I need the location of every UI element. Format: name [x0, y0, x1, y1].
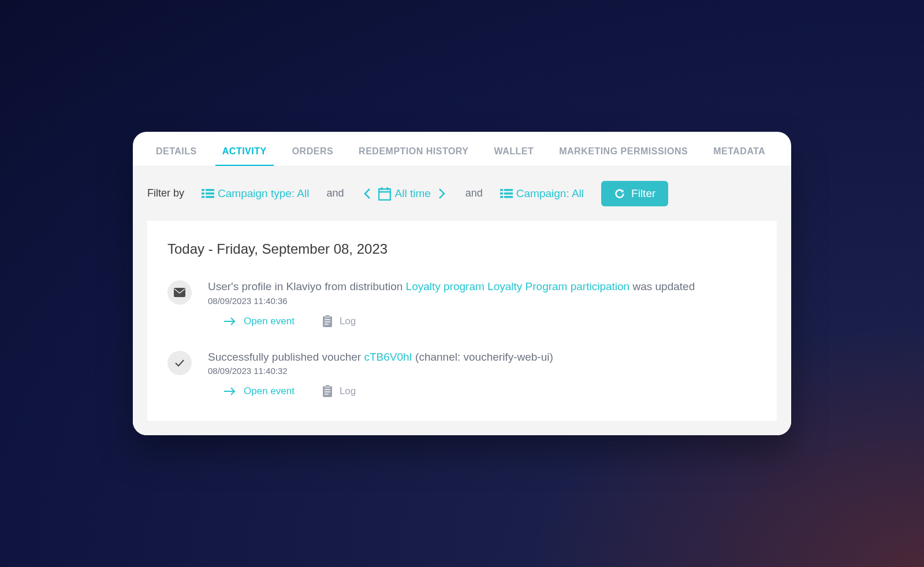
date-heading: Today - Friday, September 08, 2023: [167, 241, 757, 257]
date-range-filter[interactable]: All time: [378, 187, 430, 201]
tabs: DETAILS ACTIVITY ORDERS REDEMPTION HISTO…: [133, 132, 791, 166]
filter-button-label: Filter: [631, 187, 655, 200]
svg-rect-1: [206, 189, 214, 191]
check-icon: [167, 351, 192, 375]
svg-rect-11: [504, 189, 513, 191]
tab-details[interactable]: DETAILS: [156, 132, 197, 166]
campaign-type-text: Campaign type: All: [218, 187, 309, 200]
list-icon: [202, 188, 214, 199]
log-button[interactable]: Log: [322, 385, 356, 398]
log-button[interactable]: Log: [322, 315, 356, 328]
calendar-icon: [378, 187, 391, 201]
mail-icon: [167, 280, 192, 305]
event-title: Successfully published voucher cTB6V0hI …: [208, 350, 757, 365]
campaign-type-filter[interactable]: Campaign type: All: [202, 187, 309, 200]
open-event-button[interactable]: Open event: [224, 316, 295, 327]
tab-metadata[interactable]: METADATA: [713, 132, 765, 166]
svg-rect-16: [174, 288, 185, 297]
list-icon: [500, 188, 513, 199]
open-event-button[interactable]: Open event: [224, 386, 295, 397]
event-title: User's profile in Klaviyo from distribut…: [208, 279, 757, 295]
campaign-filter[interactable]: Campaign: All: [500, 187, 584, 200]
activity-event: User's profile in Klaviyo from distribut…: [167, 279, 757, 328]
campaign-text: Campaign: All: [516, 187, 584, 200]
tab-marketing-permissions[interactable]: MARKETING PERMISSIONS: [559, 132, 688, 166]
voucher-link[interactable]: cTB6V0hI: [364, 351, 412, 363]
svg-rect-19: [325, 315, 330, 317]
clipboard-icon: [322, 385, 333, 398]
tab-orders[interactable]: ORDERS: [292, 132, 333, 166]
clipboard-icon: [322, 315, 333, 328]
arrow-right-icon: [224, 317, 236, 326]
svg-rect-25: [325, 385, 330, 387]
date-range-text: All time: [394, 187, 430, 200]
distribution-link[interactable]: Loyalty program Loyalty Program particip…: [406, 280, 630, 292]
event-body: User's profile in Klaviyo from distribut…: [208, 279, 757, 328]
activity-event: Successfully published voucher cTB6V0hI …: [167, 350, 757, 398]
svg-rect-0: [202, 189, 204, 191]
tab-wallet[interactable]: WALLET: [494, 132, 534, 166]
svg-rect-5: [206, 196, 214, 198]
content-area: Today - Friday, September 08, 2023 User'…: [133, 221, 791, 435]
event-actions: Open event Log: [208, 315, 757, 328]
event-timestamp: 08/09/2023 11:40:32: [208, 366, 757, 376]
filter-bar: Filter by Campaign type: All and: [133, 166, 791, 221]
event-timestamp: 08/09/2023 11:40:36: [208, 296, 757, 306]
chevron-right-icon: [438, 187, 446, 200]
tab-redemption-history[interactable]: REDEMPTION HISTORY: [359, 132, 468, 166]
svg-rect-10: [500, 189, 503, 191]
chevron-left-icon: [363, 187, 371, 200]
filter-by-label: Filter by: [147, 187, 184, 199]
date-range-group: All time: [361, 185, 448, 202]
date-prev-button[interactable]: [361, 185, 374, 202]
refresh-icon: [614, 188, 625, 199]
and-label-2: and: [465, 187, 483, 199]
activity-panel: Today - Friday, September 08, 2023 User'…: [147, 221, 777, 421]
event-body: Successfully published voucher cTB6V0hI …: [208, 350, 757, 398]
activity-card: DETAILS ACTIVITY ORDERS REDEMPTION HISTO…: [133, 132, 791, 435]
svg-rect-13: [504, 192, 513, 195]
svg-rect-6: [379, 189, 390, 200]
event-actions: Open event Log: [208, 385, 757, 398]
arrow-right-icon: [224, 387, 236, 396]
filter-button[interactable]: Filter: [601, 181, 668, 206]
and-label-1: and: [326, 187, 344, 199]
tab-activity[interactable]: ACTIVITY: [222, 132, 267, 166]
date-next-button[interactable]: [435, 185, 448, 202]
svg-rect-14: [500, 196, 503, 198]
svg-rect-4: [202, 196, 204, 198]
svg-rect-15: [504, 196, 513, 198]
svg-rect-3: [206, 192, 214, 195]
svg-rect-2: [202, 192, 204, 195]
svg-rect-12: [500, 192, 503, 195]
